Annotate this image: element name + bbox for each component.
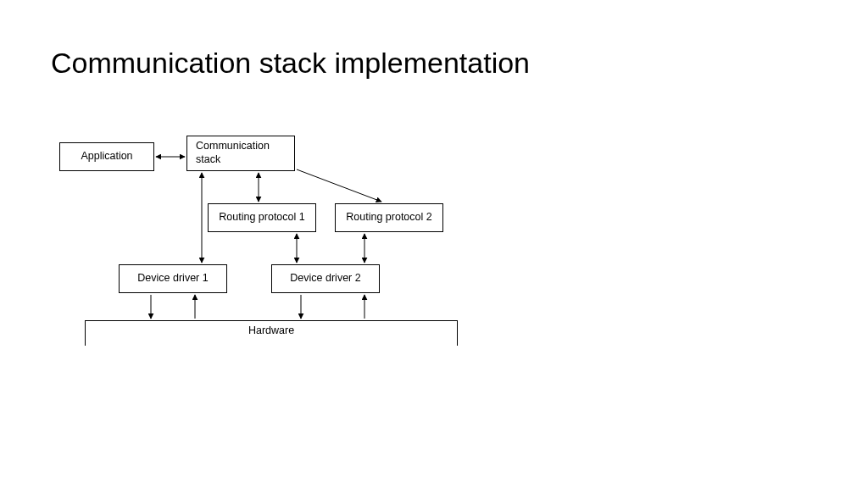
slide: Communication stack implementation Appli…: [0, 0, 868, 488]
slide-title: Communication stack implementation: [51, 47, 530, 80]
diagram: Application Communication stack Routing …: [51, 127, 492, 364]
edge-comm-routing2: [297, 169, 381, 202]
diagram-arrows: [51, 127, 492, 364]
